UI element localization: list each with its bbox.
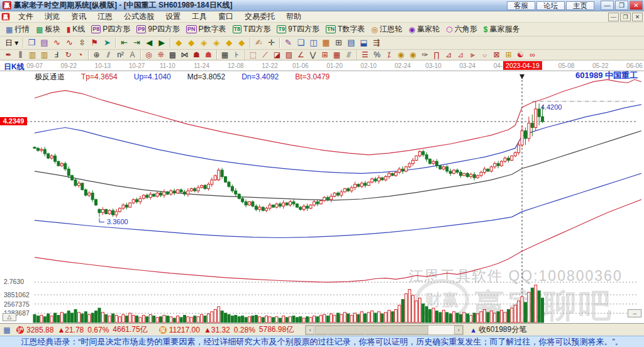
p-table-button[interactable]: PNP数字表 xyxy=(183,23,230,36)
f-ruler-icon[interactable]: Ⅎ xyxy=(50,50,62,60)
minimize-button[interactable]: — xyxy=(601,1,614,10)
szse-index-quote[interactable]: 深11217.00▲31.320.28%5786.98亿 xyxy=(155,324,302,336)
gann-lines-icon[interactable]: ⫼ xyxy=(14,50,26,60)
sectors-button[interactable]: ▩板块 xyxy=(33,23,63,36)
menu-item[interactable]: 江恩 xyxy=(92,11,118,22)
target-circle-icon[interactable]: ◎ xyxy=(143,50,155,60)
gann-diamond-icon[interactable]: ◈ xyxy=(210,37,223,48)
grid2-tool-icon[interactable]: ▦ xyxy=(331,50,343,60)
winner-wheel-button[interactable]: ◉赢家轮 xyxy=(406,23,443,36)
n-square-icon[interactable]: n² xyxy=(114,50,126,60)
kline-chart-area[interactable]: 江恩工具软件 QQ:100800360 财赢 赢家聊吧 jiaoba.yicf3… xyxy=(0,71,644,323)
gold-ruler2-icon[interactable]: ▥ xyxy=(38,50,50,60)
menu-item[interactable]: 工具 xyxy=(186,11,213,22)
angle-tool-icon[interactable]: ∠ xyxy=(295,50,307,60)
tick-data-button[interactable]: ▲ 收601989分笔 xyxy=(470,324,526,335)
pattern-tool-icon[interactable]: ▨ xyxy=(283,50,295,60)
info-board-icon[interactable]: ▤ xyxy=(38,37,50,48)
menu-item[interactable]: 资讯 xyxy=(65,11,92,22)
window-grid-icon[interactable]: ▦ xyxy=(219,50,231,60)
arc-tool-icon[interactable]: ◪ xyxy=(271,50,283,60)
gann-diamond-icon[interactable]: ◈ xyxy=(197,37,210,48)
calendar-icon[interactable]: ▦ xyxy=(319,37,332,48)
v-tool-icon[interactable]: ⋁ xyxy=(307,50,319,60)
circle-grid-icon[interactable]: ⊕ xyxy=(91,50,103,60)
spiral-icon[interactable]: ↻ xyxy=(62,50,74,60)
scrollbar-left-arrow[interactable]: ‹ xyxy=(306,326,314,334)
save-icon[interactable]: ⬓ xyxy=(357,37,370,48)
close-button[interactable]: ✕ xyxy=(630,1,643,10)
menu-item[interactable]: 交易委托 xyxy=(239,11,280,22)
slant-lines-icon[interactable]: ⫻ xyxy=(343,50,355,60)
keyboard-panel-icon[interactable]: ▦ xyxy=(1,326,13,334)
select-box-icon[interactable]: ⚑ xyxy=(88,37,101,48)
t-table-button[interactable]: TNT数字表 xyxy=(323,23,368,36)
nine-t-square-button[interactable]: T99T四方形 xyxy=(274,23,323,36)
k-mark-icon[interactable]: ⋈ xyxy=(179,50,191,60)
wedge-icon[interactable]: ⊿ xyxy=(443,50,455,60)
menu-item[interactable]: 帮助 xyxy=(280,11,307,22)
percent2-icon[interactable]: ⁒ xyxy=(383,50,395,60)
matrix-icon[interactable]: ▩ xyxy=(167,50,179,60)
kline-button[interactable]: ▮K线 xyxy=(64,23,89,36)
gann-diamond-icon[interactable]: ◆ xyxy=(235,37,248,48)
nav-prev-icon[interactable]: ◀ xyxy=(143,37,155,48)
coin2-icon[interactable]: ◉ xyxy=(407,50,419,60)
p-square-button[interactable]: P8P四方形 xyxy=(88,23,133,36)
mdi-close-button[interactable]: ✕ xyxy=(632,13,643,21)
level-icon[interactable]: ☰ xyxy=(359,50,371,60)
crosshair-icon[interactable]: ✛ xyxy=(265,37,277,48)
order-truck-icon[interactable]: ⇶ xyxy=(370,37,382,48)
angle-pen-icon[interactable]: ✒ xyxy=(3,50,14,60)
gann-diamond-icon[interactable]: ◆ xyxy=(172,37,185,48)
indicator-curve-icon[interactable]: ∿ xyxy=(50,37,63,48)
mdi-minimize-button[interactable]: — xyxy=(608,13,619,21)
gann-wheel-button[interactable]: ◎江恩轮 xyxy=(368,23,405,36)
quotes-button[interactable]: ▦行情 xyxy=(3,23,33,36)
scrollbar-right-arrow[interactable]: › xyxy=(454,326,463,334)
nav-last-icon[interactable]: ⇥ xyxy=(130,37,143,48)
menu-item[interactable]: 公式选股 xyxy=(118,11,160,22)
grid-tool-icon[interactable]: ⊞ xyxy=(319,50,331,60)
menu-item[interactable]: 窗口 xyxy=(213,11,239,22)
客服-button[interactable]: 客服 xyxy=(507,1,535,10)
letter-a-icon[interactable]: A xyxy=(126,50,138,60)
主页-button[interactable]: 主页 xyxy=(566,1,594,10)
snowflake-icon[interactable]: ❊ xyxy=(155,50,167,60)
nav-next-icon[interactable]: ▶ xyxy=(155,37,168,48)
expand-pane-button[interactable]: △ xyxy=(3,313,16,321)
protractor-icon[interactable]: ◔ xyxy=(74,50,86,60)
period-dropdown[interactable]: 日 ▾ xyxy=(3,38,21,48)
panel-layout-icon[interactable]: ◫ xyxy=(307,37,319,48)
gold-ruler-icon[interactable]: ▥ xyxy=(26,50,38,60)
indicator-curve2-icon[interactable]: ∿ xyxy=(63,37,75,48)
tower-icon[interactable]: ☗ xyxy=(191,50,203,60)
hatch-lines-icon[interactable]: ⫽ xyxy=(103,50,114,60)
rays-tool-icon[interactable]: ⟋ xyxy=(259,50,271,60)
menu-item[interactable]: 设置 xyxy=(160,11,186,22)
taiji-icon[interactable]: ☯ xyxy=(514,50,526,60)
fan-icon[interactable]: ⌔ xyxy=(479,50,491,60)
box-fan-icon[interactable]: ⊠ xyxy=(491,50,502,60)
grid-pane-icon[interactable]: ⊞ xyxy=(502,50,514,60)
sse-index-quote[interactable]: 沪3285.88▲21.780.67%4661.75亿 xyxy=(13,324,155,336)
arch-tool-icon[interactable]: ∏ xyxy=(431,50,443,60)
hexagon-button[interactable]: ⬡六角形 xyxy=(443,23,480,36)
restore-button[interactable]: ❐ xyxy=(615,1,628,10)
calculator-icon[interactable]: ⊞ xyxy=(332,37,345,48)
nav-first-icon[interactable]: ⇤ xyxy=(118,37,130,48)
menu-item[interactable]: 浏览 xyxy=(39,11,65,22)
tower2-icon[interactable]: ☗ xyxy=(203,50,214,60)
draw-flag-icon[interactable]: ➤ xyxy=(101,37,113,48)
nine-p-square-button[interactable]: P99P四方形 xyxy=(133,23,183,36)
multi-wedge-icon[interactable]: ⫸ xyxy=(467,50,479,60)
rect-tool-icon[interactable]: ⬚ xyxy=(247,50,259,60)
coin-icon[interactable]: ◉ xyxy=(395,50,407,60)
winner-service-button[interactable]: $赢家服务 xyxy=(480,23,523,36)
annotate-icon[interactable]: ❏ xyxy=(294,37,307,48)
cycle-ruler-icon[interactable]: ⊦ xyxy=(231,50,243,60)
percent-icon[interactable]: % xyxy=(371,50,383,60)
t-square-button[interactable]: T8T四方形 xyxy=(230,23,274,36)
gann-diamond-icon[interactable]: ◆ xyxy=(223,37,235,48)
论坛-button[interactable]: 论坛 xyxy=(536,1,565,10)
